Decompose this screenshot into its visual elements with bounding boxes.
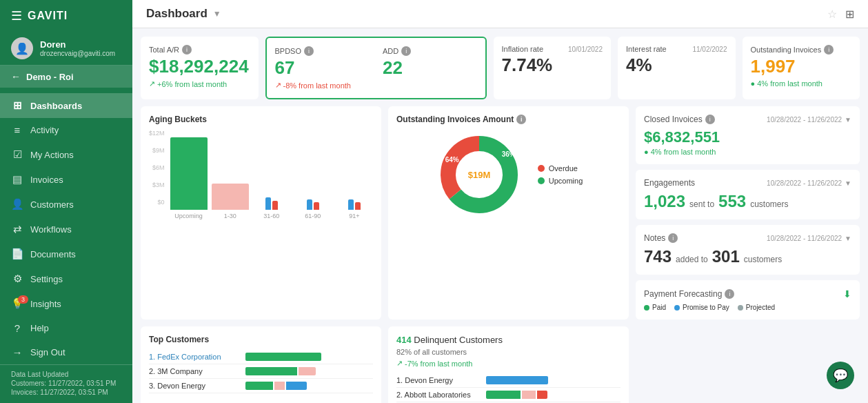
- metric-outstanding-invoices: Outstanding Invoices i 1,997 ● 4% from l…: [743, 37, 860, 99]
- customer-bar-blue: [286, 382, 307, 390]
- del-bar-green: [486, 391, 521, 399]
- legend-upcoming: Upcoming: [538, 177, 583, 185]
- sidebar-item-label: Dashboards: [30, 101, 82, 111]
- delinquent-devon: 1. Devon Energy: [396, 373, 620, 388]
- y-axis: $12M $9M $6M $3M $0: [149, 130, 168, 219]
- metric-value: $18,292,224: [149, 56, 250, 77]
- payment-forecast-card: Payment Forecasting i ⬇ Paid Promise to …: [636, 280, 860, 320]
- sidebar-footer: Data Last Updated Customers: 11/27/2022,…: [0, 364, 132, 403]
- avatar: 👤: [11, 37, 33, 59]
- notes-customers: 301: [712, 247, 740, 266]
- metric-total-ar: Total A/R i $18,292,224 ↗ +6% from last …: [141, 37, 259, 99]
- top-customers-list: 1. FedEx Corporation 2. 3M Company: [149, 350, 373, 393]
- closed-dropdown-icon[interactable]: ▼: [845, 116, 851, 124]
- download-icon[interactable]: ⬇: [843, 288, 851, 299]
- invoice-icon: ▤: [11, 173, 23, 186]
- demo-back-icon: ←: [11, 71, 21, 82]
- notes-dropdown-icon[interactable]: ▼: [845, 235, 851, 242]
- interest-label: Interest rate 11/02/2022: [626, 45, 727, 53]
- metric-label: Total A/R i: [149, 45, 250, 55]
- sidebar-item-workflows[interactable]: ⇄ Workflows: [0, 217, 132, 242]
- star-icon[interactable]: ☆: [827, 8, 837, 21]
- sidebar-item-invoices[interactable]: ▤ Invoices: [0, 167, 132, 192]
- legend-overdue: Overdue: [538, 164, 583, 173]
- sidebar-item-documents[interactable]: 📄 Documents: [0, 242, 132, 266]
- outstanding-amount-card: Outstanding Invoices Amount i $19M 64%: [388, 106, 629, 320]
- settings-icon: ⚙: [11, 273, 23, 285]
- donut-svg: $19M: [434, 130, 524, 219]
- info-icon-pf: i: [725, 289, 734, 299]
- main-content: Dashboard ▼ ☆ ⊞ Total A/R i $18,292,224 …: [132, 0, 868, 403]
- dropdown-arrow-icon[interactable]: ▼: [213, 9, 221, 19]
- closed-date: 10/28/2022 - 11/26/2022: [767, 116, 842, 124]
- eng-date: 10/28/2022 - 11/26/2022: [767, 179, 842, 187]
- add-value: 22: [383, 57, 477, 79]
- bar-pink: [212, 184, 249, 210]
- dashboard-grid: Total A/R i $18,292,224 ↗ +6% from last …: [132, 28, 868, 403]
- engagements-card: Engagements 10/28/2022 - 11/26/2022 ▼ 1,…: [636, 170, 860, 219]
- sidebar-item-dashboards[interactable]: ⊞ Dashboards: [0, 93, 132, 118]
- payment-legend: Paid Promise to Pay Projected: [644, 304, 851, 311]
- customers-icon: 👤: [11, 198, 23, 210]
- sidebar-item-label: Invoices: [30, 175, 63, 185]
- sidebar-item-label: Insights: [30, 299, 61, 309]
- sidebar-item-insights[interactable]: 💡 Insights 3: [0, 291, 132, 316]
- customer-fedex: 1. FedEx Corporation: [149, 350, 373, 364]
- info-icon-notes: i: [668, 233, 678, 243]
- customer-devon: 3. Devon Energy: [149, 379, 373, 393]
- insights-badge: 3: [18, 295, 28, 304]
- svg-text:$19M: $19M: [467, 170, 490, 180]
- footer-line2: Customers: 11/27/2022, 03:51 PM: [11, 380, 121, 387]
- sidebar-item-customers[interactable]: 👤 Customers: [0, 192, 132, 217]
- inflation-label: Inflation rate 10/01/2022: [502, 45, 603, 53]
- sidebar-item-sign-out[interactable]: → Sign Out: [0, 340, 132, 364]
- closed-value: $6,832,551: [644, 128, 851, 146]
- sidebar-item-my-actions[interactable]: ☑ My Actions: [0, 142, 132, 167]
- logo-text: GAVITI: [28, 10, 68, 22]
- customer-name: 2. 3M Company: [149, 367, 245, 375]
- demo-label[interactable]: ← Demo - Roi: [0, 66, 132, 88]
- eng-sent: 1,023: [644, 192, 685, 211]
- bpdso-change: ↗ -8% from last month: [275, 81, 370, 90]
- signout-icon: →: [11, 346, 23, 358]
- customer-bar-green: [245, 353, 321, 361]
- chat-bubble[interactable]: 💬: [827, 362, 854, 389]
- delinquent-abbott: 2. Abbott Laboratories: [396, 388, 620, 402]
- sidebar-item-label: Help: [30, 323, 49, 333]
- sidebar-item-settings[interactable]: ⚙ Settings: [0, 266, 132, 291]
- topbar-left: Dashboard ▼: [146, 7, 221, 21]
- notes-value: 743: [644, 247, 672, 266]
- hamburger-icon[interactable]: ☰: [11, 8, 22, 23]
- interest-value: 4%: [626, 55, 727, 76]
- sidebar-item-help[interactable]: ? Help: [0, 316, 132, 340]
- info-icon-bpdso: i: [304, 46, 314, 56]
- sidebar-item-activity[interactable]: ≡ Activity: [0, 118, 132, 142]
- bpdso-add-card: BPDSO i 67 ↗ -8% from last month ADD i 2…: [265, 37, 487, 99]
- charts-row: Aging Buckets $12M $9M $6M $3M $0: [141, 106, 860, 320]
- filter-icon[interactable]: ⊞: [845, 8, 854, 21]
- eng-customers-label: customers: [750, 199, 788, 209]
- metric-interest: Interest rate 11/02/2022 4%: [618, 37, 736, 99]
- donut-legend: Overdue Upcoming: [538, 164, 583, 185]
- sidebar-item-label: Customers: [30, 199, 74, 210]
- trend-icon: ↗: [396, 359, 403, 368]
- workflow-icon: ⇄: [11, 223, 23, 235]
- eng-dropdown-icon[interactable]: ▼: [845, 179, 851, 187]
- metric-change: ↗ +6% from last month: [149, 79, 250, 88]
- check-icon: ☑: [11, 148, 23, 161]
- info-icon-oia: i: [516, 115, 526, 124]
- sidebar-nav: ⊞ Dashboards ≡ Activity ☑ My Actions ▤ I…: [0, 88, 132, 364]
- bar-61-90: 61-90: [294, 199, 332, 219]
- top-customers-title: Top Customers: [149, 335, 373, 344]
- outstanding-amount-title: Outstanding Invoices Amount i: [396, 115, 620, 124]
- upcoming-dot: [538, 177, 545, 184]
- customer-bar-pink: [274, 382, 285, 390]
- footer-line3: Invoices: 11/27/2022, 03:51 PM: [11, 389, 121, 396]
- legend-promise: Promise to Pay: [674, 304, 729, 311]
- delinquent-header: 414 Delinquent Customers: [396, 335, 620, 345]
- trend-down-icon: ↗: [275, 81, 281, 90]
- notes-added-to: added to: [676, 255, 708, 264]
- customer-bar-green: [245, 367, 297, 375]
- bar-green: [170, 137, 208, 210]
- logo-area: ☰ GAVITI: [0, 0, 132, 32]
